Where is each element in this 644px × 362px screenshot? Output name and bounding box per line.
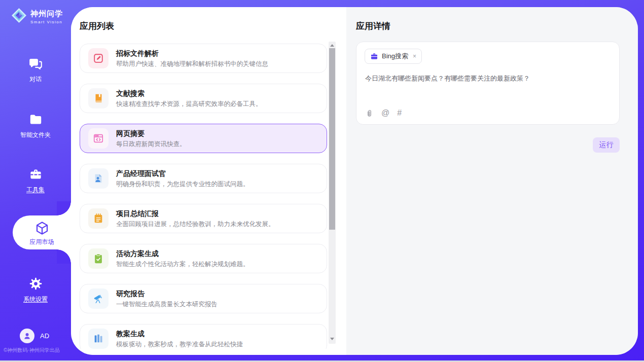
composer-toolbar: @ # [365, 108, 402, 118]
paperclip-icon[interactable] [365, 108, 374, 118]
app-item-desc: 帮助用户快速、准确地理解和解析招标书中的关键信息 [116, 60, 268, 68]
app-item-title: 网页摘要 [116, 129, 186, 138]
app-list-item[interactable]: 招标文件解析 帮助用户快速、准确地理解和解析招标书中的关键信息 [80, 44, 327, 73]
main-content: 应用列表 招标文件解析 帮助用户快速、准确地理解和解析招标书中的关键信息 文献搜… [71, 7, 638, 355]
app-item-title: 研究报告 [116, 289, 218, 298]
app-item-desc: 全面回顾项目进展，总结经验教训，助力未来优化发展。 [116, 220, 275, 228]
app-item-title: 文献搜索 [116, 89, 262, 98]
brand-subtitle: Smart Vision [30, 20, 63, 24]
app-list-title: 应用列表 [80, 20, 114, 32]
hash-icon[interactable]: # [397, 108, 402, 118]
app-list-item[interactable]: 活动方案生成 智能生成个性化活动方案，轻松解决规划难题。 [80, 244, 327, 273]
book-icon [88, 88, 109, 108]
app-item-title: 产品经理面试官 [116, 169, 249, 178]
pill-corner-bottom [57, 249, 71, 264]
app-list-items: 招标文件解析 帮助用户快速、准确地理解和解析招标书中的关键信息 文献搜索 快速精… [80, 42, 328, 349]
user-initials: AD [40, 332, 49, 340]
scrollbar-thumb[interactable] [329, 48, 335, 230]
notepad-icon [88, 208, 109, 229]
copyright-footer: ©神州数码·神州问学出品 [4, 347, 60, 354]
tool-chip-label: Bing搜索 [382, 52, 408, 61]
sidebar-item-app-market[interactable]: 应用市场 [13, 215, 71, 249]
app-item-desc: 智能生成个性化活动方案，轻松解决规划难题。 [116, 260, 249, 268]
toolbox-icon [29, 167, 43, 181]
app-item-desc: 明确身份和职责，为您提供专业性的面试问题。 [116, 180, 249, 188]
tool-chip-bing[interactable]: Bing搜索 × [365, 49, 422, 64]
chat-icon [29, 57, 43, 70]
close-icon[interactable]: × [413, 53, 416, 60]
sidebar: 神州问学 Smart Vision 对话 智能文件夹 [0, 0, 71, 360]
app-item-desc: 模板驱动，教案秒成，教学准备从此轻松快捷 [116, 340, 243, 348]
prompt-card: Bing搜索 × 今日湖北有哪些新闻要点？有哪些需要关注的最新政策？ @ # [356, 42, 620, 125]
scroll-up-icon[interactable] [329, 42, 336, 48]
app-item-title: 活动方案生成 [116, 249, 249, 258]
sidebar-item-label: 工具集 [0, 186, 71, 194]
avatar [20, 329, 34, 343]
app-list-item[interactable]: 文献搜索 快速精准查找学术资源，提高研究效率的必备工具。 [80, 84, 327, 113]
sidebar-item-label: 对话 [0, 75, 71, 84]
sidebar-item-chat[interactable]: 对话 [0, 57, 71, 84]
gem-diamond-icon [11, 8, 27, 25]
app-detail-title: 应用详情 [356, 20, 390, 32]
app-list-item[interactable]: 教案生成 模板驱动，教案秒成，教学准备从此轻松快捷 [80, 324, 327, 349]
app-detail-panel: 应用详情 Bing搜索 × 今日湖北有哪些新闻要点？有哪些需要关注的最新政策？ … [346, 7, 638, 355]
app-item-desc: 一键智能生成高质量长文本研究报告 [116, 300, 218, 308]
gear-icon [29, 277, 43, 291]
pill-corner-top [57, 201, 71, 215]
app-list-item[interactable]: 网页摘要 每日政府新闻资讯快查。 [80, 124, 327, 153]
run-button[interactable]: 运行 [593, 137, 620, 153]
sidebar-item-toolset[interactable]: 工具集 [0, 167, 71, 194]
interviewer-icon [88, 168, 109, 189]
brand-name: 神州问学 [30, 9, 63, 18]
sidebar-item-label: 智能文件夹 [0, 131, 71, 139]
app-list-scrollbar[interactable] [329, 42, 336, 344]
user-account[interactable]: AD [20, 329, 49, 343]
edit-doc-icon [88, 48, 109, 68]
app-item-title: 招标文件解析 [116, 49, 268, 58]
app-list-item[interactable]: 产品经理面试官 明确身份和职责，为您提供专业性的面试问题。 [80, 164, 327, 193]
query-input[interactable]: 今日湖北有哪些新闻要点？有哪些需要关注的最新政策？ [365, 74, 609, 83]
sidebar-item-smart-folder[interactable]: 智能文件夹 [0, 113, 71, 139]
brand-logo: 神州问学 Smart Vision [11, 8, 63, 25]
app-list-panel: 应用列表 招标文件解析 帮助用户快速、准确地理解和解析招标书中的关键信息 文献搜… [71, 7, 346, 355]
scroll-down-icon[interactable] [329, 336, 336, 342]
app-item-title: 项目总结汇报 [116, 209, 275, 218]
clipboard-check-icon [88, 248, 109, 269]
person-icon [23, 332, 31, 340]
app-list-item[interactable]: 研究报告 一键智能生成高质量长文本研究报告 [80, 284, 327, 313]
app-item-desc: 快速精准查找学术资源，提高研究效率的必备工具。 [116, 100, 262, 108]
folder-icon [29, 113, 43, 126]
research-icon [88, 288, 109, 309]
app-frame: 神州问学 Smart Vision 对话 智能文件夹 [0, 0, 644, 360]
sidebar-item-settings[interactable]: 系统设置 [0, 277, 71, 304]
app-list-item[interactable]: 项目总结汇报 全面回顾项目进展，总结经验教训，助力未来优化发展。 [80, 204, 327, 233]
sidebar-item-label: 系统设置 [0, 295, 71, 304]
sidebar-item-label: 应用市场 [13, 238, 71, 246]
books-icon [88, 329, 109, 349]
web-code-icon [88, 128, 109, 149]
app-item-desc: 每日政府新闻资讯快查。 [116, 140, 186, 148]
app-list-viewport: 招标文件解析 帮助用户快速、准确地理解和解析招标书中的关键信息 文献搜索 快速精… [80, 42, 328, 349]
app-item-title: 教案生成 [116, 330, 243, 338]
at-icon[interactable]: @ [381, 108, 389, 118]
briefcase-icon [370, 52, 378, 60]
cube-icon [34, 221, 50, 236]
